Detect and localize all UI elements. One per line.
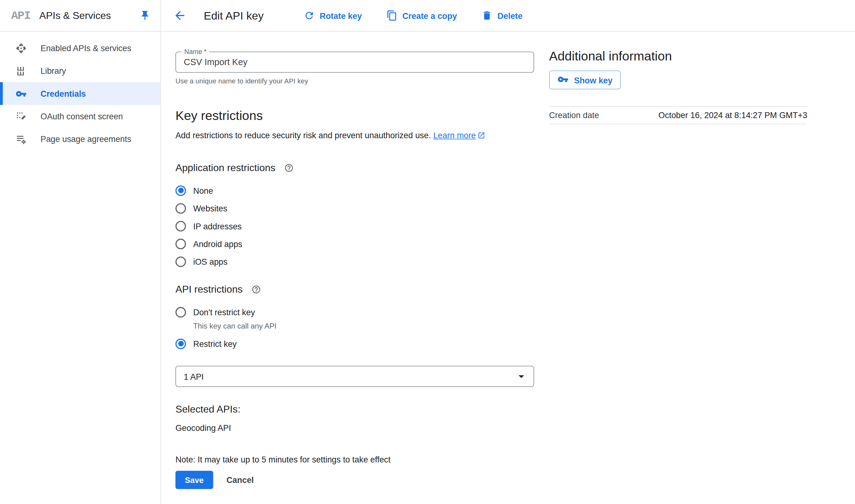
radio-option-android-apps[interactable]: Android apps (176, 235, 534, 253)
radio-option-dont-restrict[interactable]: Don't restrict key (176, 303, 534, 321)
radio-label: Android apps (193, 239, 242, 248)
help-icon[interactable] (251, 285, 261, 294)
edit-key-form: Name * Use a unique name to identify you… (176, 32, 534, 489)
key-icon (16, 88, 26, 99)
radio-button[interactable] (176, 256, 186, 267)
key-restrictions-heading: Key restrictions (176, 108, 534, 123)
selected-apis-heading: Selected APIs: (176, 403, 534, 415)
additional-information-panel: Additional information Show key Creation… (549, 32, 807, 124)
page: API APIs & Services Edit API key Rotate … (0, 0, 855, 504)
radio-label: IP addresses (193, 221, 242, 231)
key-outline-icon (557, 73, 569, 86)
sidebar-item-enabled-apis[interactable]: Enabled APIs & services (0, 37, 161, 59)
learn-more-link[interactable]: Learn more (433, 130, 476, 140)
pin-icon[interactable] (140, 10, 151, 21)
radio-button[interactable] (176, 238, 186, 249)
help-icon[interactable] (284, 163, 293, 173)
key-restrictions-description: Add restrictions to reduce security risk… (176, 130, 534, 142)
sidebar-item-library[interactable]: Library (0, 59, 161, 82)
api-hub-icon (16, 42, 26, 54)
show-key-label: Show key (574, 75, 612, 85)
name-input[interactable] (176, 52, 534, 72)
delete-label: Delete (498, 11, 523, 20)
api-restrictions-heading: API restrictions (176, 284, 243, 295)
product-title: APIs & Services (39, 10, 111, 21)
rotate-icon (303, 10, 315, 21)
radio-button[interactable] (176, 185, 186, 196)
settings-note: Note: It may take up to 5 minutes for se… (176, 455, 534, 464)
show-key-button[interactable]: Show key (549, 70, 621, 89)
application-restrictions-options: None Websites IP addresses Android apps (176, 182, 534, 271)
radio-label: Don't restrict key (193, 307, 255, 317)
radio-button[interactable] (176, 339, 186, 349)
selected-api-item: Geocoding API (176, 423, 534, 432)
sidebar-item-label: Enabled APIs & services (41, 43, 131, 53)
radio-option-ip-addresses[interactable]: IP addresses (176, 217, 534, 235)
radio-button[interactable] (176, 307, 186, 317)
sidebar-item-page-usage[interactable]: Page usage agreements (0, 128, 161, 150)
form-actions: Save Cancel (176, 471, 534, 489)
consent-screen-icon (16, 111, 26, 122)
rotate-key-label: Rotate key (320, 11, 362, 20)
radio-button[interactable] (176, 221, 186, 231)
back-arrow-icon[interactable] (173, 9, 186, 22)
page-title: Edit API key (204, 9, 264, 22)
open-in-new-icon (477, 131, 485, 142)
radio-label: iOS apps (193, 257, 228, 266)
page-header: Edit API key Rotate key Create a copy (161, 0, 855, 31)
delete-button[interactable]: Delete (481, 10, 523, 21)
key-restrictions-text: Add restrictions to reduce security risk… (176, 130, 431, 140)
api-select-value: 1 API (184, 372, 515, 381)
library-icon (16, 65, 26, 76)
sidebar-item-label: OAuth consent screen (41, 112, 123, 121)
cancel-button[interactable]: Cancel (226, 475, 254, 485)
sidebar-item-label: Credentials (41, 89, 86, 98)
delete-icon (481, 10, 493, 21)
sidebar-item-credentials[interactable]: Credentials (0, 82, 161, 105)
creation-date-value: October 16, 2024 at 8:14:27 PM GMT+3 (658, 110, 807, 120)
copy-icon (386, 10, 397, 21)
radio-button[interactable] (176, 203, 186, 214)
creation-date-label: Creation date (549, 110, 599, 120)
top-bar: API APIs & Services Edit API key Rotate … (0, 0, 855, 32)
product-header: API APIs & Services (0, 0, 161, 31)
radio-label: Restrict key (193, 339, 236, 348)
radio-option-websites[interactable]: Websites (176, 199, 534, 217)
header-actions: Rotate key Create a copy Delete (303, 10, 522, 21)
radio-option-ios-apps[interactable]: iOS apps (176, 253, 534, 270)
api-logo: API (11, 9, 30, 22)
sidebar: Enabled APIs & services Library Credenti… (0, 32, 161, 504)
create-copy-label: Create a copy (403, 11, 457, 20)
additional-information-heading: Additional information (549, 49, 807, 64)
api-select-dropdown[interactable]: 1 API (176, 366, 534, 387)
name-field-wrapper: Name * (176, 52, 534, 73)
radio-option-restrict-key[interactable]: Restrict key (176, 335, 534, 353)
application-restrictions-heading: Application restrictions (176, 162, 275, 174)
api-restrictions-options: Don't restrict key This key can call any… (176, 303, 534, 353)
rotate-key-button[interactable]: Rotate key (303, 10, 362, 21)
name-field-label: Name * (182, 48, 210, 55)
sidebar-item-oauth-consent[interactable]: OAuth consent screen (0, 105, 161, 127)
chevron-down-icon (515, 370, 528, 383)
sidebar-item-label: Library (41, 66, 66, 75)
sidebar-item-label: Page usage agreements (41, 134, 131, 144)
dont-restrict-sublabel: This key can call any API (176, 322, 534, 330)
save-button[interactable]: Save (176, 471, 213, 489)
agreements-gear-icon (16, 133, 26, 145)
name-helper-text: Use a unique name to identify your API k… (176, 77, 534, 85)
create-copy-button[interactable]: Create a copy (386, 10, 457, 21)
creation-date-row: Creation date October 16, 2024 at 8:14:2… (549, 106, 807, 124)
radio-label: None (193, 186, 213, 195)
radio-label: Websites (193, 203, 227, 213)
radio-option-none[interactable]: None (176, 182, 534, 199)
main-content: Name * Use a unique name to identify you… (161, 32, 855, 504)
